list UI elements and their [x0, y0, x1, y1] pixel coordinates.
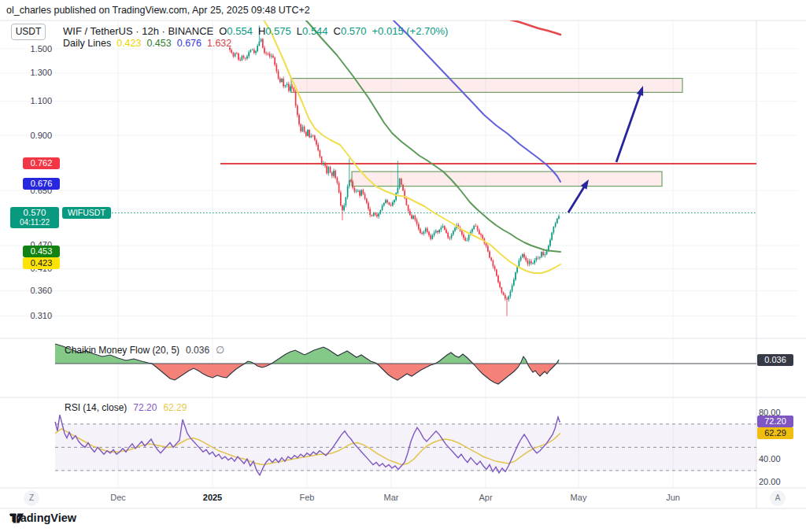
attribution-text: ol_charles published on TradingView.com,…	[6, 5, 310, 16]
price-tick: 0.900	[5, 131, 52, 140]
adjust-button[interactable]: A	[770, 490, 786, 506]
symbol-tag: WIFUSDT	[62, 207, 111, 219]
daily-line-green-value: 0.453	[146, 38, 171, 49]
price-badge-yellow: 0.423	[23, 257, 60, 269]
symbol-header: WIF / TetherUS · 12h · BINANCE O0.554 H0…	[63, 25, 448, 37]
price-tick: 1.500	[5, 44, 52, 54]
price-tick: 1.100	[5, 96, 52, 105]
price-tick: 0.360	[5, 286, 52, 295]
daily-line-blue-value: 0.676	[177, 38, 202, 49]
slash-circle-icon[interactable]: ∅	[216, 344, 224, 356]
drawing-arrow[interactable]	[616, 89, 642, 162]
price-pane	[0, 17, 798, 316]
time-label: May	[571, 493, 587, 502]
daily-line-red-value: 1.632	[207, 38, 231, 49]
price-badge-green: 0.453	[23, 246, 60, 257]
rsi-value: 72.20	[133, 402, 157, 413]
cmf-title[interactable]: Chaikin Money Flow (20, 5)	[65, 345, 179, 356]
time-label: Apr	[479, 493, 492, 502]
currency-chip[interactable]: USDT	[11, 24, 46, 40]
cmf-value-badge: 0.036	[757, 354, 793, 366]
supply-zone[interactable]	[291, 79, 682, 93]
current-price-badge: 0.570 04:11:22	[10, 207, 59, 228]
supply-zone[interactable]	[352, 172, 662, 187]
price-tick: 1.300	[5, 68, 52, 77]
price-badge-blue: 0.676	[23, 178, 60, 190]
current-price-value: 0.570	[10, 207, 59, 218]
price-change: +0.015 (+2.70%)	[372, 25, 449, 37]
chart-canvas[interactable]	[0, 0, 806, 532]
tradingview-logo[interactable]: TradingView	[9, 512, 76, 524]
time-label: Feb	[300, 493, 315, 502]
rsi-tick: 40.00	[759, 454, 781, 464]
price-tick: 0.310	[5, 311, 52, 320]
ohlc-open: O0.554	[219, 25, 253, 37]
time-label: 2025	[203, 493, 222, 502]
cmf-value: 0.036	[186, 345, 209, 356]
daily-lines-label[interactable]: Daily Lines	[63, 38, 111, 49]
ma-line-green[interactable]	[306, 20, 560, 252]
ma-line-red[interactable]	[510, 20, 560, 35]
daily-lines-header: Daily Lines 0.423 0.453 0.676 1.632	[63, 38, 231, 49]
ohlc-high: H0.575	[258, 25, 291, 37]
cmf-header: Chaikin Money Flow (20, 5) 0.036 ∅	[65, 344, 224, 356]
rsi-tick: 20.00	[759, 477, 781, 486]
candle-countdown: 04:11:22	[10, 218, 59, 227]
price-badge-red: 0.762	[23, 157, 60, 169]
candles-series[interactable]	[229, 26, 560, 316]
daily-line-yellow-value: 0.423	[116, 38, 141, 49]
rsi-title[interactable]: RSI (14, close)	[65, 402, 127, 413]
time-label: Jun	[666, 493, 680, 502]
rsi-ma-value: 62.29	[163, 402, 187, 413]
tradingview-snapshot: ol_charles published on TradingView.com,…	[0, 0, 806, 532]
time-label: Dec	[110, 493, 126, 502]
rsi-ma-badge: 62.29	[757, 427, 793, 439]
rsi-value-badge: 72.20	[757, 416, 793, 427]
rsi-header: RSI (14, close) 72.20 62.29	[65, 402, 187, 413]
tradingview-logo-icon	[9, 512, 24, 525]
time-label: Mar	[384, 493, 399, 502]
ohlc-close: C0.570	[334, 25, 367, 37]
timezone-button[interactable]: Z	[24, 490, 39, 506]
rsi-pane	[55, 415, 756, 475]
ohlc-low: L0.544	[297, 25, 328, 37]
symbol-title[interactable]: WIF / TetherUS · 12h · BINANCE	[63, 25, 213, 37]
